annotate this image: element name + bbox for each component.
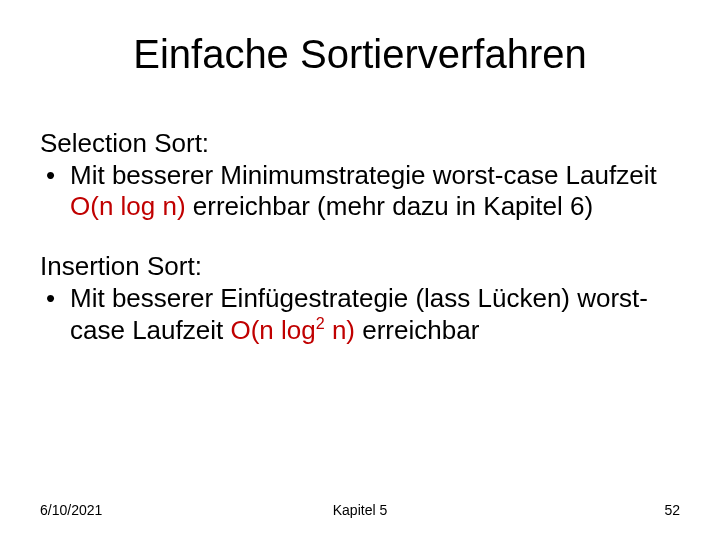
slide: Einfache Sortierverfahren Selection Sort… bbox=[0, 0, 720, 540]
complexity-highlight: O(n log n) bbox=[70, 191, 186, 221]
insertion-sort-heading: Insertion Sort: bbox=[40, 251, 680, 283]
insertion-sort-text: Mit besserer Einfügestrategie (lass Lück… bbox=[70, 283, 680, 346]
slide-title: Einfache Sortierverfahren bbox=[0, 32, 720, 77]
footer-page-number: 52 bbox=[664, 502, 680, 518]
selection-sort-bullet: • Mit besserer Minimumstrategie worst-ca… bbox=[40, 160, 680, 223]
slide-footer: 6/10/2021 Kapitel 5 52 bbox=[40, 502, 680, 518]
slide-body: Selection Sort: • Mit besserer Minimumst… bbox=[40, 128, 680, 346]
spacer bbox=[40, 223, 680, 251]
text-run: erreichbar bbox=[355, 315, 479, 345]
hl-exponent: 2 bbox=[316, 314, 325, 332]
hl-pre: O(n log bbox=[230, 315, 315, 345]
footer-chapter: Kapitel 5 bbox=[40, 502, 680, 518]
selection-sort-heading: Selection Sort: bbox=[40, 128, 680, 160]
footer-date: 6/10/2021 bbox=[40, 502, 102, 518]
insertion-sort-bullet: • Mit besserer Einfügestrategie (lass Lü… bbox=[40, 283, 680, 346]
selection-sort-text: Mit besserer Minimumstrategie worst-case… bbox=[70, 160, 680, 223]
text-run: Mit besserer Minimumstrategie worst-case… bbox=[70, 160, 657, 190]
text-run: erreichbar (mehr dazu in Kapitel 6) bbox=[186, 191, 594, 221]
complexity-highlight: O(n log2 n) bbox=[230, 315, 355, 345]
hl-post: n) bbox=[325, 315, 355, 345]
bullet-dot: • bbox=[40, 283, 70, 315]
bullet-dot: • bbox=[40, 160, 70, 192]
